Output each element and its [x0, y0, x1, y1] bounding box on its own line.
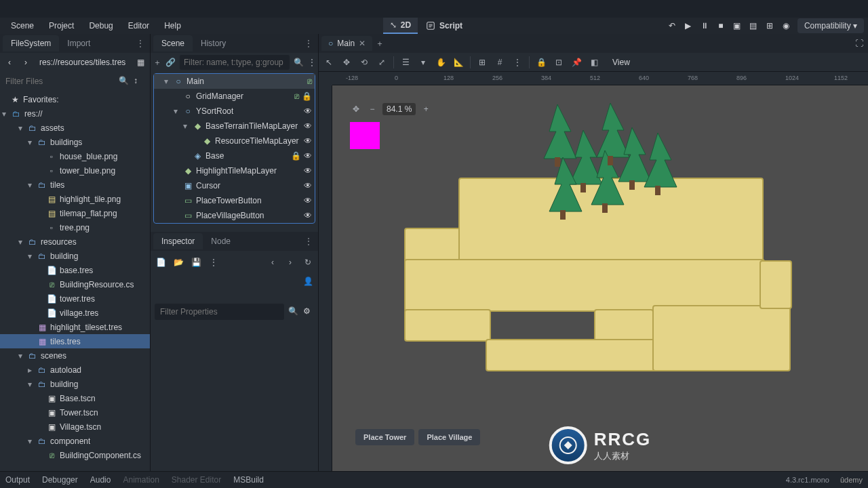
- visibility-icon[interactable]: 👁: [304, 151, 312, 161]
- grid-snap-icon[interactable]: #: [494, 56, 506, 68]
- snap-menu-icon[interactable]: ⋮: [511, 56, 524, 68]
- history-forward-icon[interactable]: ›: [284, 256, 296, 268]
- zoom-in-icon[interactable]: +: [420, 103, 432, 115]
- run-prev-icon[interactable]: ↶: [665, 18, 679, 33]
- add-node-icon[interactable]: ＋: [153, 56, 161, 68]
- place-tower-button[interactable]: Place Tower: [355, 429, 414, 445]
- center-view-icon[interactable]: ✥: [350, 103, 362, 115]
- script-icon[interactable]: ⎚: [307, 77, 312, 86]
- view-menu[interactable]: View: [606, 56, 637, 69]
- place-village-button[interactable]: Place Village: [418, 429, 480, 445]
- file-row[interactable]: ▦highlight_tileset.tres: [0, 320, 150, 334]
- visibility-icon[interactable]: 👁: [304, 181, 312, 190]
- scene-menu-icon[interactable]: ⋮: [308, 56, 316, 68]
- folder-row[interactable]: ▾🗀buildings: [0, 135, 150, 149]
- play-scene-icon[interactable]: ▣: [730, 18, 745, 33]
- path-toggle-icon[interactable]: ▦: [134, 56, 147, 69]
- skeleton-icon[interactable]: 📌: [570, 56, 583, 68]
- filter-properties-input[interactable]: [155, 304, 284, 320]
- play-custom-icon[interactable]: ▤: [746, 18, 761, 33]
- path-display[interactable]: res://resources/tiles.tres: [35, 58, 131, 67]
- movie-icon[interactable]: ⊞: [762, 18, 777, 33]
- render-icon[interactable]: ◉: [778, 18, 793, 33]
- stop-icon[interactable]: ■: [713, 18, 728, 33]
- file-row[interactable]: 📄base.tres: [0, 263, 150, 277]
- manage-object-icon[interactable]: 👤: [302, 275, 314, 287]
- nav-forward-icon[interactable]: ›: [19, 56, 33, 69]
- root-row[interactable]: ▾🗀res://: [0, 106, 150, 121]
- file-row[interactable]: ▫tower_blue.png: [0, 163, 150, 178]
- file-row[interactable]: ▤tilemap_flat.png: [0, 206, 150, 220]
- add-tab-icon[interactable]: ＋: [374, 37, 386, 49]
- expand-icon[interactable]: ⛶: [853, 37, 865, 49]
- lock-icon[interactable]: 🔒: [291, 151, 301, 161]
- file-row[interactable]: ⎚BuildingComponent.cs: [0, 448, 150, 462]
- folder-row[interactable]: ▾🗀scenes: [0, 348, 150, 363]
- scene-tree[interactable]: ▾○Main⎚○GridManager⎚🔒▾○YSortRoot👁▾◆BaseT…: [154, 74, 315, 223]
- file-row[interactable]: 📄village.tres: [0, 306, 150, 320]
- list-select-icon[interactable]: ☰: [399, 56, 412, 68]
- extra-menu-icon[interactable]: ⋮: [208, 256, 220, 268]
- scene-node-row[interactable]: ◈Base🔒👁: [154, 148, 315, 163]
- tab-history[interactable]: History: [193, 35, 234, 52]
- play-icon[interactable]: ▶: [681, 18, 696, 33]
- canvas-2d[interactable]: ✥ − 84.1 % +: [332, 85, 868, 471]
- select-tool-icon[interactable]: ↖: [323, 56, 335, 68]
- favorites-row[interactable]: ★Favorites:: [0, 92, 150, 106]
- pan-tool-icon[interactable]: ✋: [435, 56, 447, 68]
- nav-back-icon[interactable]: ‹: [3, 56, 16, 69]
- bottom-msbuild[interactable]: MSBuild: [233, 475, 264, 485]
- bottom-animation[interactable]: Animation: [123, 475, 159, 485]
- ruler-tool-icon[interactable]: 📐: [452, 56, 465, 68]
- dock-menu-icon[interactable]: ⋮: [302, 234, 315, 249]
- bottom-output[interactable]: Output: [5, 475, 30, 485]
- zoom-out-icon[interactable]: −: [366, 103, 378, 115]
- save-resource-icon[interactable]: 💾: [190, 256, 202, 268]
- renderer-dropdown[interactable]: Compatibility ▾: [797, 18, 864, 33]
- sort-icon[interactable]: ↕: [134, 76, 144, 87]
- search-icon[interactable]: 🔍: [294, 56, 304, 68]
- scene-node-row[interactable]: ◆HighlightTileMapLayer👁: [154, 163, 315, 178]
- file-row[interactable]: ⎚BuildingResource.cs: [0, 277, 150, 291]
- visibility-icon[interactable]: 👁: [304, 121, 312, 131]
- scene-node-row[interactable]: ○GridManager⎚🔒: [154, 89, 315, 104]
- folder-row[interactable]: ▾🗀building: [0, 377, 150, 391]
- search-icon[interactable]: 🔍: [119, 76, 130, 87]
- tab-filesystem[interactable]: FileSystem: [3, 35, 59, 52]
- visibility-icon[interactable]: 👁: [304, 106, 312, 116]
- folder-row[interactable]: ▸🗀autoload: [0, 363, 150, 377]
- move-tool-icon[interactable]: ✥: [340, 56, 353, 68]
- group-icon[interactable]: ⊡: [553, 56, 565, 68]
- bottom-audio[interactable]: Audio: [90, 475, 111, 485]
- scene-node-row[interactable]: ▭PlaceVillageButton👁: [154, 208, 315, 223]
- folder-row[interactable]: ▾🗀building: [0, 249, 150, 263]
- file-row[interactable]: ▣Village.tscn: [0, 420, 150, 434]
- history-reset-icon[interactable]: ↻: [302, 256, 314, 268]
- filesystem-tree[interactable]: ★Favorites:▾🗀res://▾🗀assets▾🗀buildings▫h…: [0, 91, 150, 471]
- visibility-icon[interactable]: 👁: [304, 136, 312, 146]
- scale-tool-icon[interactable]: ⤢: [376, 56, 388, 68]
- scene-node-row[interactable]: ◆ResourceTileMapLayer👁: [154, 134, 315, 148]
- folder-row[interactable]: ▾🗀assets: [0, 121, 150, 135]
- lock-icon[interactable]: 🔒: [302, 92, 312, 101]
- workspace-script-button[interactable]: Script: [419, 18, 469, 33]
- zoom-percent[interactable]: 84.1 %: [382, 103, 416, 115]
- pause-icon[interactable]: ⏸: [697, 18, 712, 33]
- lock-icon[interactable]: 🔒: [535, 56, 547, 68]
- bottom-shader[interactable]: Shader Editor: [172, 475, 221, 485]
- file-row[interactable]: ▣Tower.tscn: [0, 405, 150, 420]
- settings-icon[interactable]: ⚙: [303, 306, 314, 317]
- dock-menu-icon[interactable]: ⋮: [302, 36, 315, 51]
- link-icon[interactable]: 🔗: [165, 56, 176, 68]
- filter-files-input[interactable]: [5, 77, 115, 86]
- search-icon[interactable]: 🔍: [288, 306, 299, 317]
- tab-import[interactable]: Import: [59, 35, 98, 52]
- scene-node-row[interactable]: ▾○YSortRoot👁: [154, 104, 315, 119]
- menu-scene[interactable]: Scene: [4, 18, 41, 33]
- scene-node-row[interactable]: ▾◆BaseTerrainTileMapLayer👁: [154, 119, 315, 134]
- script-icon[interactable]: ⎚: [294, 92, 299, 101]
- scene-tab-main[interactable]: ○ Main ✕: [321, 36, 372, 51]
- file-row[interactable]: ▫tree.png: [0, 220, 150, 235]
- override-icon[interactable]: ◧: [588, 56, 600, 68]
- close-icon[interactable]: ✕: [359, 39, 366, 48]
